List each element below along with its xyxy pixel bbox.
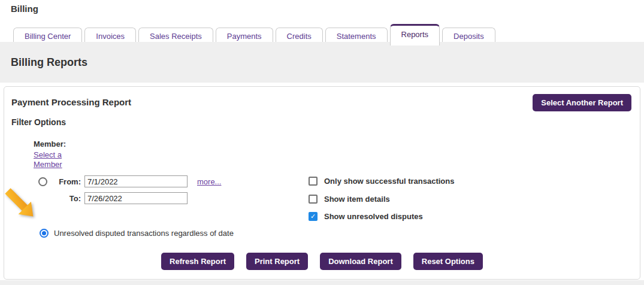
select-another-report-button[interactable]: Select Another Report <box>533 94 631 111</box>
checkbox-label: Only show successful transactions <box>324 177 454 186</box>
checkbox-label: Show unresolved disputes <box>324 212 423 221</box>
unresolved-radio-label: Unresolved disputed transactions regardl… <box>54 229 234 238</box>
tab-reports[interactable]: Reports <box>390 24 440 46</box>
checkbox-label: Show item details <box>324 195 390 204</box>
section-title: Billing Reports <box>11 56 87 69</box>
member-filter: Member: Select a Member <box>34 140 71 170</box>
section-header-band: Billing Reports <box>0 42 644 83</box>
checkmark-icon: ✓ <box>310 177 316 185</box>
to-date-row: To: <box>47 192 188 204</box>
date-range-radio[interactable] <box>38 177 47 186</box>
report-panel: Payment Processing Report Select Another… <box>4 86 640 280</box>
print-report-button[interactable]: Print Report <box>246 253 308 270</box>
checkmark-icon: ✓ <box>310 213 316 220</box>
unresolved-radio-row: Unresolved disputed transactions regardl… <box>40 229 234 238</box>
billing-page: Billing Billing Center Invoices Sales Re… <box>0 0 644 285</box>
select-a-member-link[interactable]: Select a Member <box>34 150 71 170</box>
filter-options-heading: Filter Options <box>11 117 66 127</box>
date-range-row: From: more... <box>38 175 221 187</box>
refresh-report-button[interactable]: Refresh Report <box>161 253 234 270</box>
checkbox-row-unresolved-disputes: ✓ Show unresolved disputes <box>309 212 423 221</box>
more-link[interactable]: more... <box>197 177 221 186</box>
checkbox-row-successful: ✓ Only show successful transactions <box>309 177 454 186</box>
to-date-input[interactable] <box>84 192 188 204</box>
footer-strip <box>0 280 644 285</box>
unresolved-disputes-radio[interactable] <box>40 229 49 238</box>
checkmark-icon: ✓ <box>310 195 316 203</box>
show-item-details-checkbox[interactable]: ✓ <box>309 195 318 204</box>
page-title: Billing <box>11 4 38 14</box>
reset-options-button[interactable]: Reset Options <box>413 253 483 270</box>
show-unresolved-disputes-checkbox[interactable]: ✓ <box>309 212 318 221</box>
report-action-buttons: Refresh Report Print Report Download Rep… <box>4 253 640 270</box>
from-label: From: <box>47 177 81 186</box>
report-title: Payment Processing Report <box>11 97 131 107</box>
from-date-input[interactable] <box>84 175 188 187</box>
only-successful-checkbox[interactable]: ✓ <box>309 177 318 186</box>
to-label: To: <box>47 194 81 203</box>
checkbox-row-item-details: ✓ Show item details <box>309 195 390 204</box>
download-report-button[interactable]: Download Report <box>320 253 401 270</box>
member-label: Member: <box>34 140 66 148</box>
